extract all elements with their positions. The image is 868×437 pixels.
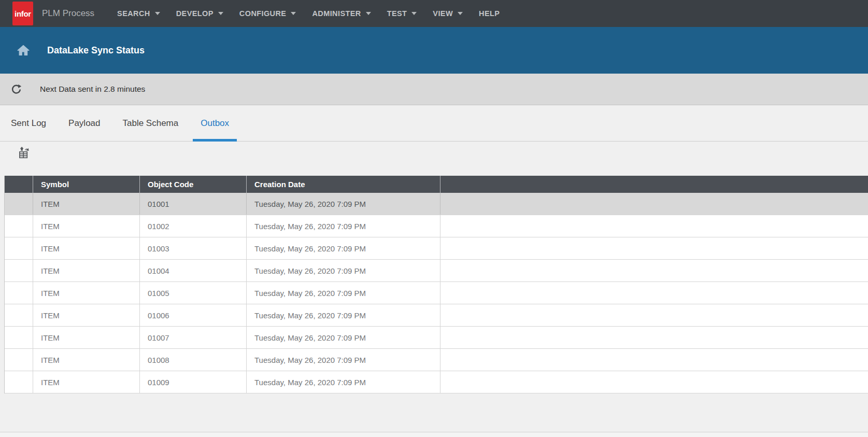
chevron-down-icon [458,12,463,15]
tab-payload[interactable]: Payload [61,105,108,141]
row-select-cell[interactable] [5,193,33,215]
table-row[interactable]: ITEM 01007 Tuesday, May 26, 2020 7:09 PM [5,327,868,349]
menu-item-develop[interactable]: DEVELOP [176,9,223,18]
top-navbar: infor PLM Process SEARCH DEVELOP CONFIGU… [0,0,868,27]
menu-item-configure[interactable]: CONFIGURE [239,9,296,18]
header-select-column [5,176,33,193]
creation-date-cell: Tuesday, May 26, 2020 7:09 PM [247,215,440,237]
object-code-cell: 01006 [140,304,247,326]
creation-date-cell: Tuesday, May 26, 2020 7:09 PM [247,327,440,348]
chevron-down-icon [218,12,223,15]
tab-outbox[interactable]: Outbox [193,105,237,141]
app-name: PLM Process [42,8,94,19]
table-header-row: Symbol Object Code Creation Date [5,176,868,193]
table-row[interactable]: ITEM 01002 Tuesday, May 26, 2020 7:09 PM [5,215,868,237]
app-window: infor PLM Process SEARCH DEVELOP CONFIGU… [0,0,868,437]
table-row[interactable]: ITEM 01004 Tuesday, May 26, 2020 7:09 PM [5,260,868,282]
refresh-icon[interactable] [11,84,22,95]
header-creation-date[interactable]: Creation Date [247,176,440,193]
infor-logo[interactable]: infor [12,2,33,25]
header-object-code[interactable]: Object Code [140,176,247,193]
object-code-cell: 01002 [140,215,247,237]
creation-date-cell: Tuesday, May 26, 2020 7:09 PM [247,349,440,371]
creation-date-cell: Tuesday, May 26, 2020 7:09 PM [247,237,440,259]
menu-item-help[interactable]: HELP [479,9,500,18]
filler-cell [440,193,868,215]
refresh-bar: Next Data sent in 2.8 minutes [0,74,868,105]
row-select-cell[interactable] [5,371,33,393]
table-row[interactable]: ITEM 01001 Tuesday, May 26, 2020 7:09 PM [5,193,868,215]
symbol-cell: ITEM [33,327,140,348]
object-code-cell: 01008 [140,349,247,371]
tab-sent-log[interactable]: Sent Log [3,105,54,141]
symbol-cell: ITEM [33,237,140,259]
filler-cell [440,215,868,237]
creation-date-cell: Tuesday, May 26, 2020 7:09 PM [247,304,440,326]
filler-cell [440,282,868,304]
chevron-down-icon [411,12,417,15]
creation-date-cell: Tuesday, May 26, 2020 7:09 PM [247,193,440,215]
table-row[interactable]: ITEM 01003 Tuesday, May 26, 2020 7:09 PM [5,237,868,260]
object-code-cell: 01007 [140,327,247,348]
symbol-cell: ITEM [33,349,140,371]
header-filler [440,176,868,193]
symbol-cell: ITEM [33,193,140,215]
object-code-cell: 01005 [140,282,247,304]
symbol-cell: ITEM [33,282,140,304]
menu-item-view[interactable]: VIEW [433,9,463,18]
symbol-cell: ITEM [33,260,140,281]
symbol-cell: ITEM [33,304,140,326]
menu-label: TEST [387,9,407,18]
tab-table-schema[interactable]: Table Schema [115,105,187,141]
menu-label: HELP [479,9,500,18]
symbol-cell: ITEM [33,371,140,393]
table-toolbar [0,142,868,176]
row-select-cell[interactable] [5,237,33,259]
row-select-cell[interactable] [5,260,33,281]
tab-content: Symbol Object Code Creation Date ITEM 01… [0,142,868,432]
page-header: DataLake Sync Status [0,27,868,74]
symbol-cell: ITEM [33,215,140,237]
next-send-status: Next Data sent in 2.8 minutes [40,84,145,94]
menu-label: ADMINISTER [312,9,361,18]
object-code-cell: 01003 [140,237,247,259]
table-row[interactable]: ITEM 01005 Tuesday, May 26, 2020 7:09 PM [5,282,868,304]
object-code-cell: 01004 [140,260,247,281]
home-icon[interactable] [17,45,30,56]
chevron-down-icon [155,12,160,15]
export-table-icon[interactable] [19,146,31,159]
creation-date-cell: Tuesday, May 26, 2020 7:09 PM [247,260,440,281]
footer-strip [0,432,868,437]
row-select-cell[interactable] [5,327,33,348]
object-code-cell: 01001 [140,193,247,215]
row-select-cell[interactable] [5,349,33,371]
filler-cell [440,304,868,326]
menu-label: DEVELOP [176,9,214,18]
filler-cell [440,371,868,393]
header-symbol[interactable]: Symbol [33,176,140,193]
page-title: DataLake Sync Status [47,45,145,56]
row-select-cell[interactable] [5,215,33,237]
chevron-down-icon [366,12,371,15]
infor-logo-text: infor [15,9,31,18]
menu-label: CONFIGURE [239,9,287,18]
table-row[interactable]: ITEM 01008 Tuesday, May 26, 2020 7:09 PM [5,349,868,371]
filler-cell [440,349,868,371]
outbox-table: Symbol Object Code Creation Date ITEM 01… [4,176,868,393]
menu-item-search[interactable]: SEARCH [117,9,160,18]
object-code-cell: 01009 [140,371,247,393]
creation-date-cell: Tuesday, May 26, 2020 7:09 PM [247,371,440,393]
filler-cell [440,237,868,259]
table-row[interactable]: ITEM 01006 Tuesday, May 26, 2020 7:09 PM [5,304,868,327]
menu-item-test[interactable]: TEST [387,9,417,18]
row-select-cell[interactable] [5,304,33,326]
tab-strip: Sent Log Payload Table Schema Outbox [0,105,868,142]
menu-label: VIEW [433,9,453,18]
creation-date-cell: Tuesday, May 26, 2020 7:09 PM [247,282,440,304]
row-select-cell[interactable] [5,282,33,304]
filler-cell [440,327,868,348]
table-row[interactable]: ITEM 01009 Tuesday, May 26, 2020 7:09 PM [5,371,868,393]
filler-cell [440,260,868,281]
menu-item-administer[interactable]: ADMINISTER [312,9,371,18]
main-menu: SEARCH DEVELOP CONFIGURE ADMINISTER TEST… [117,9,516,18]
